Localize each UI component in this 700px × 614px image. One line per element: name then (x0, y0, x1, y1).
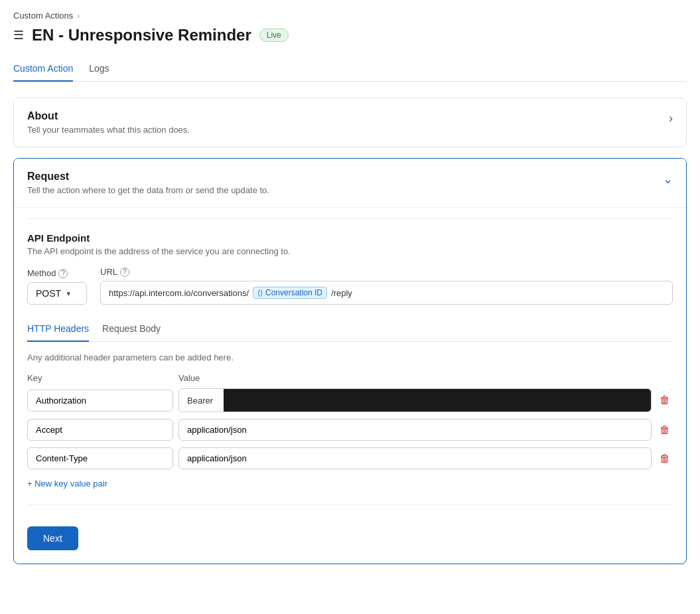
delete-authorization-button[interactable]: 🗑 (657, 392, 673, 409)
hamburger-icon[interactable]: ☰ (13, 28, 24, 42)
url-chip: ⟨⟩ Conversation ID (253, 287, 327, 299)
url-help-icon[interactable]: ? (120, 268, 129, 277)
chip-icon: ⟨⟩ (257, 289, 263, 297)
method-label-row: Method ? (27, 268, 87, 278)
api-endpoint-desc: The API endpoint is the address of the s… (27, 246, 673, 256)
http-headers-panel: Any additional header parameters can be … (27, 352, 673, 489)
method-select[interactable]: POST ▼ (27, 282, 87, 305)
divider (27, 218, 673, 219)
api-endpoint-title: API Endpoint (27, 232, 673, 244)
request-section: Request Tell the action where to get the… (13, 158, 687, 564)
page-header: ☰ EN - Unresponsive Reminder Live (13, 26, 687, 44)
url-input[interactable]: https://api.intercom.io/conversations/ ⟨… (100, 281, 673, 305)
value-prefix-bearer: Bearer (179, 390, 224, 411)
status-badge: Live (259, 29, 289, 42)
about-title: About (27, 110, 190, 122)
headers-desc: Any additional header parameters can be … (27, 352, 673, 362)
table-row: 🗑 (27, 419, 673, 441)
tab-logs[interactable]: Logs (89, 58, 109, 82)
request-title: Request (27, 171, 269, 183)
url-suffix: /reply (331, 288, 352, 298)
about-section: About Tell your teammates what this acti… (13, 98, 687, 147)
url-label: URL (100, 267, 117, 277)
method-label: Method (27, 268, 56, 278)
tab-request-body[interactable]: Request Body (102, 318, 161, 342)
next-button[interactable]: Next (27, 526, 78, 550)
page-title: EN - Unresponsive Reminder (32, 26, 251, 44)
sub-tabs: HTTP Headers Request Body (27, 318, 673, 342)
request-collapse-icon: ⌄ (663, 172, 673, 187)
key-input-content-type[interactable] (27, 447, 173, 469)
value-input-accept[interactable] (178, 419, 652, 441)
value-column-label: Value (178, 373, 649, 383)
value-wrapper-authorization: Bearer (178, 388, 652, 412)
tab-custom-action[interactable]: Custom Action (13, 58, 73, 82)
url-prefix: https://api.intercom.io/conversations/ (109, 288, 249, 298)
breadcrumb-parent[interactable]: Custom Actions (13, 11, 73, 21)
url-label-row: URL ? (100, 267, 673, 277)
request-section-body: API Endpoint The API endpoint is the add… (14, 207, 686, 564)
request-subtitle: Tell the action where to get the data fr… (27, 185, 269, 195)
url-group: URL ? https://api.intercom.io/conversati… (100, 267, 673, 305)
key-input-accept[interactable] (27, 419, 173, 441)
delete-content-type-button[interactable]: 🗑 (657, 450, 673, 467)
method-group: Method ? POST ▼ (27, 268, 87, 305)
about-section-header[interactable]: About Tell your teammates what this acti… (14, 98, 686, 147)
about-expand-icon: › (669, 112, 673, 125)
chip-text: Conversation ID (265, 288, 322, 297)
table-row: 🗑 (27, 447, 673, 469)
method-help-icon[interactable]: ? (58, 269, 68, 278)
breadcrumb-chevron-icon: › (77, 11, 80, 21)
footer-divider (27, 504, 673, 505)
table-row: Bearer 🗑 (27, 388, 673, 412)
value-redacted-authorization (224, 389, 651, 412)
request-section-header[interactable]: Request Tell the action where to get the… (14, 159, 686, 207)
key-input-authorization[interactable] (27, 390, 173, 412)
breadcrumb: Custom Actions › (13, 11, 687, 21)
kv-column-headers: Key Value (27, 373, 673, 383)
about-subtitle: Tell your teammates what this action doe… (27, 125, 190, 135)
value-input-content-type[interactable] (178, 447, 652, 469)
key-column-label: Key (27, 373, 173, 383)
tab-http-headers[interactable]: HTTP Headers (27, 318, 89, 342)
main-tabs: Custom Action Logs (13, 58, 687, 82)
method-value: POST (36, 288, 61, 299)
delete-accept-button[interactable]: 🗑 (657, 422, 673, 439)
add-kv-button[interactable]: + New key value pair (27, 479, 107, 489)
method-dropdown-arrow: ▼ (65, 290, 72, 297)
